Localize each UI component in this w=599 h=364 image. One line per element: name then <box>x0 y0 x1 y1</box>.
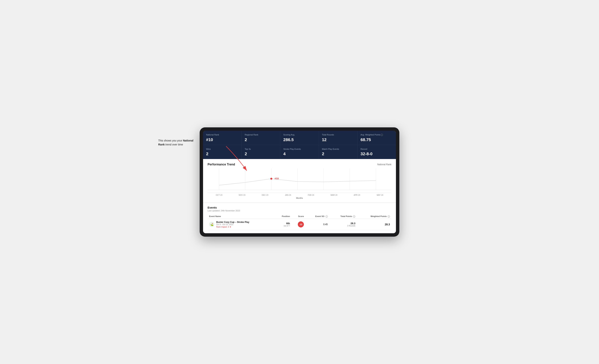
events-last-updated: Last updated: 24th November 2023 <box>208 210 391 212</box>
stat-top3s: Top 3s 2 <box>242 145 280 159</box>
rank-impact-badge: Rank Impact: 3 ▼ <box>216 226 231 228</box>
stat-national-rank: National Rank #10 <box>203 131 241 145</box>
event-name-cell: ⛳ Buster Cozy Cup – Stroke Play Oct 9 - … <box>208 219 274 230</box>
stat-total-rounds: Total Rounds 12 <box>319 131 357 145</box>
events-table-head: Event Name Position Score Event SG i Tot… <box>208 214 391 219</box>
stats-row-2: Wins 2 Top 3s 2 Stroke Play Events 4 Mat… <box>203 145 396 159</box>
event-position-cell: 6th out of 7 <box>274 219 291 230</box>
x-label-oct23: OCT 23 <box>208 194 230 196</box>
event-total-pts-cell: 28.3 3 Rounds <box>329 219 357 230</box>
event-total-pts: 28.3 <box>331 222 355 225</box>
stat-national-rank-label: National Rank <box>206 133 238 136</box>
event-name-main: Buster Cozy Cup – Stroke Play <box>216 221 249 223</box>
event-name-date: Oct 9 - Oct 10, 2023 <box>216 223 249 225</box>
stat-avg-weighted-pts-value: 68.75 <box>361 137 393 142</box>
chart-section: Performance Trend National Rank <box>203 159 396 203</box>
x-label-mar24: MAR 24 <box>323 194 345 196</box>
events-table-body: ⛳ Buster Cozy Cup – Stroke Play Oct 9 - … <box>208 219 391 230</box>
rank-impact-arrow: ▼ <box>229 226 231 228</box>
stat-avg-weighted-pts: Avg. Weighted Pointsi 68.75 <box>358 131 396 145</box>
event-position-of: out of 7 <box>276 225 290 227</box>
stat-top3s-value: 2 <box>245 151 277 156</box>
stat-regional-rank-value: 2 <box>245 137 277 142</box>
stat-regional-rank: Regional Rank 2 <box>242 131 280 145</box>
scene: This shows you your National Rank trend … <box>200 127 399 237</box>
weighted-points-info-icon[interactable]: i <box>388 215 390 218</box>
stat-stroke-play-value: 4 <box>283 151 316 156</box>
event-name-details: Buster Cozy Cup – Stroke Play Oct 9 - Oc… <box>216 221 249 228</box>
chart-axis-label: Months <box>208 197 391 199</box>
stat-avg-weighted-pts-label: Avg. Weighted Pointsi <box>361 133 393 136</box>
avg-weighted-pts-info-icon[interactable]: i <box>381 134 383 136</box>
stat-total-rounds-label: Total Rounds <box>322 133 354 136</box>
stat-match-play: Match Play Events 2 <box>319 145 357 159</box>
stat-scoring-avg-value: 286.5 <box>283 137 316 142</box>
events-section: Events Last updated: 24th November 2023 … <box>203 203 396 233</box>
col-position: Position <box>274 214 291 219</box>
stat-record: Record 32-8-0 <box>358 145 396 159</box>
events-table: Event Name Position Score Event SG i Tot… <box>208 214 391 230</box>
chart-container: #10 <box>208 169 391 193</box>
col-event-name: Event Name <box>208 214 274 219</box>
stat-match-play-value: 2 <box>322 151 354 156</box>
annotation: This shows you your National Rank trend … <box>158 139 196 147</box>
table-row: ⛳ Buster Cozy Cup – Stroke Play Oct 9 - … <box>208 219 391 230</box>
stat-stroke-play: Stroke Play Events 4 <box>280 145 319 159</box>
col-total-points: Total Points i <box>329 214 357 219</box>
events-table-header-row: Event Name Position Score Event SG i Tot… <box>208 214 391 219</box>
col-weighted-points: Weighted Points i <box>357 214 391 219</box>
event-score-badge: -22 <box>298 221 304 227</box>
annotation-text-after: trend over time <box>165 143 183 146</box>
event-total-rounds: 3 Rounds <box>331 225 355 227</box>
event-weighted-pts: 28.3 <box>385 223 390 226</box>
event-weighted-pts-cell: 28.3 <box>357 219 391 230</box>
stat-wins-value: 2 <box>206 151 238 156</box>
col-event-sg: Event SG i <box>305 214 329 219</box>
stat-stroke-play-label: Stroke Play Events <box>283 148 316 150</box>
x-label-apr24: APR 24 <box>345 194 369 196</box>
svg-point-8 <box>270 178 272 179</box>
chart-x-labels: OCT 23 NOV 23 DEC 23 JAN 24 FEB 24 MAR 2… <box>208 193 391 196</box>
col-score: Score <box>291 214 305 219</box>
stat-wins: Wins 2 <box>203 145 241 159</box>
stat-regional-rank-label: Regional Rank <box>245 133 277 136</box>
svg-text:#10: #10 <box>275 177 279 180</box>
events-title: Events <box>208 206 391 209</box>
x-label-jan24: JAN 24 <box>276 194 300 196</box>
event-name-content: ⛳ Buster Cozy Cup – Stroke Play Oct 9 - … <box>209 221 273 228</box>
chart-svg: #10 <box>208 169 391 193</box>
rank-impact-text: Rank Impact: 3 <box>216 226 229 228</box>
x-label-may24: MAY 24 <box>369 194 391 196</box>
chart-title: Performance Trend <box>208 163 235 166</box>
stat-match-play-label: Match Play Events <box>322 148 354 150</box>
stat-record-label: Record <box>361 148 393 150</box>
total-points-info-icon[interactable]: i <box>353 215 355 218</box>
tablet-screen: National Rank #10 Regional Rank 2 Scorin… <box>203 131 396 233</box>
golf-icon: ⛳ <box>209 222 214 227</box>
event-sg-info-icon[interactable]: i <box>326 215 328 218</box>
x-label-nov23: NOV 23 <box>230 194 254 196</box>
stat-scoring-avg: Scoring Avg. 286.5 <box>280 131 319 145</box>
x-label-dec23: DEC 23 <box>254 194 276 196</box>
event-sg-value: 0.45 <box>323 223 327 226</box>
event-position: 6th <box>276 222 290 225</box>
event-score-cell: -22 <box>291 219 305 230</box>
stat-total-rounds-value: 12 <box>322 137 354 142</box>
annotation-text-before: This shows you your <box>158 139 183 142</box>
stat-top3s-label: Top 3s <box>245 148 277 150</box>
stat-national-rank-value: #10 <box>206 137 238 142</box>
stat-wins-label: Wins <box>206 148 238 150</box>
stat-scoring-avg-label: Scoring Avg. <box>283 133 316 136</box>
x-label-feb24: FEB 24 <box>300 194 323 196</box>
event-sg-cell: 0.45 <box>305 219 329 230</box>
stats-row-1: National Rank #10 Regional Rank 2 Scorin… <box>203 131 396 145</box>
stat-record-value: 32-8-0 <box>361 151 393 156</box>
chart-subtitle: National Rank <box>377 163 391 166</box>
chart-header: Performance Trend National Rank <box>208 163 391 166</box>
tablet: National Rank #10 Regional Rank 2 Scorin… <box>200 127 399 237</box>
